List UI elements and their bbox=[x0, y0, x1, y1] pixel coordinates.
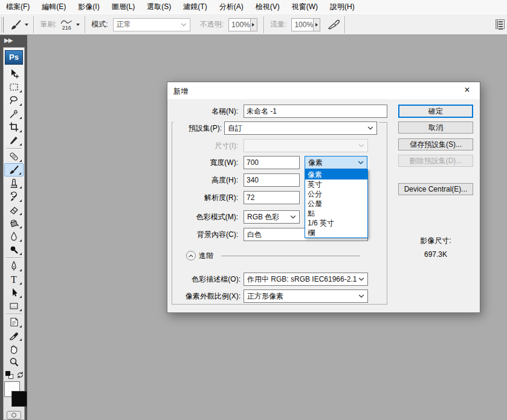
quick-mask-circle-icon bbox=[11, 413, 16, 418]
height-input[interactable] bbox=[244, 173, 300, 187]
background-color-swatch[interactable] bbox=[11, 391, 27, 407]
menu-help[interactable]: 說明(H) bbox=[324, 0, 361, 13]
menu-analysis[interactable]: 分析(A) bbox=[213, 0, 250, 13]
notes-tool-button[interactable] bbox=[4, 315, 24, 329]
magnifier-icon bbox=[8, 356, 20, 368]
flyout-indicator-icon bbox=[19, 90, 22, 92]
photoshop-logo: Ps bbox=[5, 50, 23, 65]
menu-file[interactable]: 檔案(F) bbox=[0, 0, 36, 13]
brush-stroke-preview-icon bbox=[60, 19, 73, 25]
size-label: 尺寸(I): bbox=[173, 139, 238, 152]
shape-tool-button[interactable] bbox=[4, 299, 24, 312]
palette-well-icon[interactable] bbox=[496, 19, 505, 29]
airbrush-toggle-button[interactable] bbox=[326, 19, 341, 31]
ok-button[interactable]: 確定 bbox=[398, 105, 473, 118]
tools-dock: ▶▶ Ps bbox=[0, 35, 27, 420]
bandage-icon bbox=[8, 150, 20, 163]
gradient-tool-button[interactable] bbox=[4, 216, 24, 230]
eyedropper-tool-button[interactable] bbox=[4, 329, 24, 342]
water-drop-icon bbox=[8, 230, 20, 242]
active-tool-button[interactable] bbox=[8, 18, 30, 31]
preset-select[interactable]: 自訂 bbox=[224, 121, 377, 135]
lasso-tool-button[interactable] bbox=[4, 94, 24, 107]
clone-stamp-tool-button[interactable] bbox=[4, 176, 24, 190]
image-size-readout: 影像尺寸: 697.3K bbox=[398, 234, 473, 260]
pixel-aspect-select[interactable]: 正方形像素 bbox=[244, 289, 368, 303]
rectangle-shape-icon bbox=[8, 300, 20, 312]
chevron-up-icon bbox=[189, 254, 193, 257]
opacity-slider-button[interactable] bbox=[250, 19, 257, 31]
eraser-tool-button[interactable] bbox=[4, 203, 24, 216]
blend-mode-select[interactable]: 正常 bbox=[113, 18, 190, 31]
unit-option-mm[interactable]: 公釐 bbox=[305, 199, 367, 208]
tool-list: T bbox=[4, 67, 24, 369]
default-colors-icon[interactable] bbox=[5, 371, 14, 380]
color-profile-label: 色彩描述檔(O): bbox=[170, 273, 241, 286]
swap-colors-icon[interactable] bbox=[16, 371, 24, 379]
unit-option-columns[interactable]: 欄 bbox=[305, 228, 367, 237]
unit-option-pixels[interactable]: 像素 bbox=[305, 170, 367, 179]
flow-slider-button[interactable] bbox=[313, 19, 320, 31]
marquee-tool-button[interactable] bbox=[4, 80, 24, 94]
arrow-right-icon bbox=[252, 23, 256, 27]
quick-mask-button[interactable] bbox=[7, 411, 21, 419]
pen-nib-icon bbox=[8, 260, 20, 272]
clone-stamp-icon bbox=[8, 177, 20, 189]
menu-filter[interactable]: 濾鏡(T) bbox=[177, 0, 213, 13]
advanced-toggle-button[interactable] bbox=[186, 251, 196, 260]
color-mode-select[interactable]: RGB 色彩 bbox=[244, 210, 300, 224]
flow-input[interactable]: 100% bbox=[291, 18, 320, 31]
width-input[interactable] bbox=[244, 156, 300, 169]
menu-image[interactable]: 影像(I) bbox=[72, 0, 105, 13]
path-selection-tool-button[interactable] bbox=[4, 286, 24, 299]
unit-option-picas[interactable]: 1/6 英寸 bbox=[305, 218, 367, 228]
magic-wand-tool-button[interactable] bbox=[4, 107, 24, 120]
size-select bbox=[244, 139, 368, 152]
magic-wand-icon bbox=[8, 108, 20, 120]
airbrush-icon bbox=[326, 19, 341, 31]
collapse-panel-button[interactable]: ▶▶ bbox=[0, 35, 27, 47]
save-preset-button[interactable]: 儲存預設集(S)... bbox=[398, 138, 473, 150]
menu-select[interactable]: 選取(S) bbox=[141, 0, 177, 13]
dodge-tool-button[interactable] bbox=[4, 243, 24, 256]
dialog-title-bar[interactable]: 新增 × bbox=[167, 82, 480, 99]
menu-layer[interactable]: 圖層(L) bbox=[106, 0, 141, 13]
mode-label: 模式: bbox=[91, 19, 108, 30]
name-input[interactable] bbox=[244, 105, 387, 118]
unit-option-inches[interactable]: 英寸 bbox=[305, 179, 367, 189]
resolution-label: 解析度(R): bbox=[173, 191, 238, 204]
width-unit-select[interactable]: 像素 bbox=[305, 156, 367, 169]
menu-window[interactable]: 視窗(W) bbox=[286, 0, 324, 13]
resolution-input[interactable] bbox=[244, 191, 300, 204]
brush-dropdown-arrow-icon[interactable] bbox=[76, 24, 80, 28]
blur-tool-button[interactable] bbox=[4, 230, 24, 243]
healing-brush-tool-button[interactable] bbox=[4, 150, 24, 163]
brush-tool-button[interactable] bbox=[4, 163, 24, 176]
close-button[interactable]: × bbox=[454, 82, 480, 99]
flyout-indicator-icon bbox=[19, 143, 22, 146]
brush-preset-picker[interactable]: 216 bbox=[59, 19, 74, 31]
crop-tool-button[interactable] bbox=[4, 120, 24, 134]
device-central-button[interactable]: Device Central(E)... bbox=[398, 183, 473, 195]
menu-view[interactable]: 檢視(V) bbox=[250, 0, 286, 13]
color-mode-label: 色彩模式(M): bbox=[173, 210, 238, 224]
history-brush-tool-button[interactable] bbox=[4, 190, 24, 203]
type-tool-button[interactable]: T bbox=[4, 273, 24, 286]
flyout-indicator-icon bbox=[19, 117, 22, 119]
move-tool-button[interactable] bbox=[4, 67, 24, 80]
pixel-aspect-value: 正方形像素 bbox=[247, 291, 283, 302]
image-size-label: 影像尺寸: bbox=[398, 234, 473, 247]
opacity-input[interactable]: 100% bbox=[228, 18, 257, 31]
hand-tool-button[interactable] bbox=[4, 342, 24, 355]
color-profile-select[interactable]: 作用中 RGB: sRGB IEC61966-2.1 bbox=[244, 273, 368, 286]
unit-option-cm[interactable]: 公分 bbox=[305, 189, 367, 199]
menu-edit[interactable]: 編輯(E) bbox=[36, 0, 72, 13]
cancel-button[interactable]: 取消 bbox=[398, 121, 473, 134]
color-profile-value: 作用中 RGB: sRGB IEC61966-2.1 bbox=[247, 274, 357, 285]
flyout-indicator-icon bbox=[19, 186, 22, 189]
slice-tool-button[interactable] bbox=[4, 134, 24, 147]
pen-tool-button[interactable] bbox=[4, 259, 24, 273]
direct-selection-icon bbox=[8, 286, 20, 299]
unit-option-points[interactable]: 點 bbox=[305, 208, 367, 218]
zoom-tool-button[interactable] bbox=[4, 355, 24, 369]
